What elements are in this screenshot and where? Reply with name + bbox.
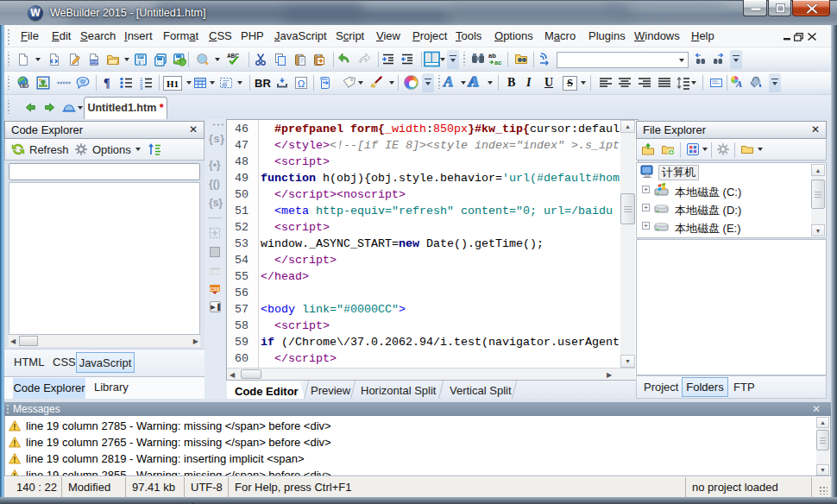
svg-text:PHP: PHP — [90, 60, 98, 65]
svg-text:A: A — [735, 79, 742, 89]
svg-text:Ω: Ω — [298, 79, 305, 89]
svg-text:¶: ¶ — [104, 77, 110, 90]
svg-text:CSS: CSS — [210, 287, 220, 292]
svg-text:ac: ac — [494, 59, 501, 66]
svg-text:3: 3 — [140, 85, 143, 90]
svg-text:CSS: CSS — [210, 269, 220, 274]
